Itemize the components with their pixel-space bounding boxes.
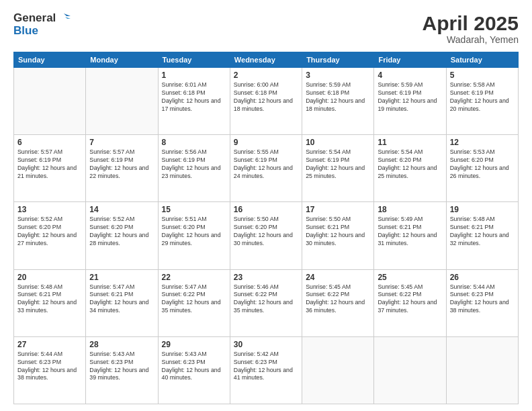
day-number: 25 <box>378 273 442 282</box>
day-number: 6 <box>17 138 82 147</box>
weekday-header-monday: Monday <box>86 52 158 68</box>
day-cell: 28Sunrise: 5:43 AMSunset: 6:23 PMDayligh… <box>86 336 158 404</box>
logo-bird-icon <box>57 12 71 24</box>
day-number: 13 <box>17 205 82 214</box>
day-detail: Sunrise: 5:51 AMSunset: 6:20 PMDaylight:… <box>162 216 226 248</box>
day-detail: Sunrise: 5:46 AMSunset: 6:22 PMDaylight:… <box>234 283 298 316</box>
day-cell: 3Sunrise: 5:59 AMSunset: 6:18 PMDaylight… <box>302 68 374 135</box>
day-number: 28 <box>89 340 154 349</box>
day-detail: Sunrise: 5:55 AMSunset: 6:19 PMDaylight:… <box>234 148 298 181</box>
day-detail: Sunrise: 5:59 AMSunset: 6:19 PMDaylight:… <box>378 81 442 113</box>
day-detail: Sunrise: 5:48 AMSunset: 6:21 PMDaylight:… <box>17 283 82 316</box>
page: General Blue April 2025 Wadarah, Yemen S… <box>0 0 532 411</box>
day-detail: Sunrise: 5:50 AMSunset: 6:20 PMDaylight:… <box>234 216 298 248</box>
day-detail: Sunrise: 5:54 AMSunset: 6:19 PMDaylight:… <box>306 148 370 181</box>
weekday-header-sunday: Sunday <box>14 52 86 68</box>
day-number: 30 <box>234 340 298 349</box>
day-number: 26 <box>450 273 515 282</box>
day-cell: 16Sunrise: 5:50 AMSunset: 6:20 PMDayligh… <box>230 202 302 269</box>
day-cell: 15Sunrise: 5:51 AMSunset: 6:20 PMDayligh… <box>158 202 230 269</box>
logo: General Blue <box>13 12 71 37</box>
location: Wadarah, Yemen <box>423 34 519 45</box>
day-detail: Sunrise: 5:48 AMSunset: 6:21 PMDaylight:… <box>450 216 515 248</box>
day-number: 20 <box>17 273 82 282</box>
logo-text: General Blue <box>13 12 71 37</box>
day-detail: Sunrise: 5:44 AMSunset: 6:23 PMDaylight:… <box>17 351 82 383</box>
day-number: 22 <box>162 273 226 282</box>
day-cell: 10Sunrise: 5:54 AMSunset: 6:19 PMDayligh… <box>302 135 374 202</box>
day-detail: Sunrise: 5:47 AMSunset: 6:21 PMDaylight:… <box>89 283 154 316</box>
week-row-4: 20Sunrise: 5:48 AMSunset: 6:21 PMDayligh… <box>14 269 519 336</box>
day-cell: 19Sunrise: 5:48 AMSunset: 6:21 PMDayligh… <box>446 202 518 269</box>
day-detail: Sunrise: 5:58 AMSunset: 6:19 PMDaylight:… <box>450 81 515 113</box>
day-cell: 23Sunrise: 5:46 AMSunset: 6:22 PMDayligh… <box>230 269 302 336</box>
day-cell: 7Sunrise: 5:57 AMSunset: 6:19 PMDaylight… <box>86 135 158 202</box>
day-detail: Sunrise: 5:42 AMSunset: 6:23 PMDaylight:… <box>234 351 298 383</box>
day-cell: 18Sunrise: 5:49 AMSunset: 6:21 PMDayligh… <box>374 202 446 269</box>
day-detail: Sunrise: 5:50 AMSunset: 6:21 PMDaylight:… <box>306 216 370 248</box>
day-detail: Sunrise: 5:53 AMSunset: 6:20 PMDaylight:… <box>450 148 515 181</box>
svg-marker-1 <box>65 17 71 19</box>
weekday-header-tuesday: Tuesday <box>158 52 230 68</box>
logo-general: General <box>13 12 56 25</box>
day-cell: 8Sunrise: 5:56 AMSunset: 6:19 PMDaylight… <box>158 135 230 202</box>
day-cell: 24Sunrise: 5:45 AMSunset: 6:22 PMDayligh… <box>302 269 374 336</box>
day-number: 14 <box>89 205 154 214</box>
weekday-header-wednesday: Wednesday <box>230 52 302 68</box>
day-detail: Sunrise: 5:44 AMSunset: 6:23 PMDaylight:… <box>450 283 515 316</box>
day-cell: 30Sunrise: 5:42 AMSunset: 6:23 PMDayligh… <box>230 336 302 404</box>
day-number: 10 <box>306 138 370 147</box>
day-number: 11 <box>378 138 442 147</box>
day-detail: Sunrise: 5:43 AMSunset: 6:23 PMDaylight:… <box>162 351 226 383</box>
day-number: 18 <box>378 205 442 214</box>
week-row-3: 13Sunrise: 5:52 AMSunset: 6:20 PMDayligh… <box>14 202 519 269</box>
day-detail: Sunrise: 5:52 AMSunset: 6:20 PMDaylight:… <box>89 216 154 248</box>
day-cell: 6Sunrise: 5:57 AMSunset: 6:19 PMDaylight… <box>14 135 86 202</box>
day-number: 12 <box>450 138 515 147</box>
day-detail: Sunrise: 5:45 AMSunset: 6:22 PMDaylight:… <box>378 283 442 316</box>
day-cell: 29Sunrise: 5:43 AMSunset: 6:23 PMDayligh… <box>158 336 230 404</box>
day-detail: Sunrise: 5:52 AMSunset: 6:20 PMDaylight:… <box>17 216 82 248</box>
day-cell <box>302 336 374 404</box>
day-number: 7 <box>89 138 154 147</box>
day-cell: 14Sunrise: 5:52 AMSunset: 6:20 PMDayligh… <box>86 202 158 269</box>
day-cell: 9Sunrise: 5:55 AMSunset: 6:19 PMDaylight… <box>230 135 302 202</box>
day-number: 4 <box>378 71 442 80</box>
day-cell: 27Sunrise: 5:44 AMSunset: 6:23 PMDayligh… <box>14 336 86 404</box>
day-number: 5 <box>450 71 515 80</box>
day-number: 19 <box>450 205 515 214</box>
day-detail: Sunrise: 5:57 AMSunset: 6:19 PMDaylight:… <box>89 148 154 181</box>
day-number: 17 <box>306 205 370 214</box>
day-number: 2 <box>234 71 298 80</box>
day-cell: 4Sunrise: 5:59 AMSunset: 6:19 PMDaylight… <box>374 68 446 135</box>
day-detail: Sunrise: 5:56 AMSunset: 6:19 PMDaylight:… <box>162 148 226 181</box>
day-cell: 25Sunrise: 5:45 AMSunset: 6:22 PMDayligh… <box>374 269 446 336</box>
day-detail: Sunrise: 5:47 AMSunset: 6:22 PMDaylight:… <box>162 283 226 316</box>
day-number: 21 <box>89 273 154 282</box>
day-cell: 2Sunrise: 6:00 AMSunset: 6:18 PMDaylight… <box>230 68 302 135</box>
day-cell: 13Sunrise: 5:52 AMSunset: 6:20 PMDayligh… <box>14 202 86 269</box>
day-detail: Sunrise: 5:57 AMSunset: 6:19 PMDaylight:… <box>17 148 82 181</box>
day-detail: Sunrise: 5:54 AMSunset: 6:20 PMDaylight:… <box>378 148 442 181</box>
day-detail: Sunrise: 6:00 AMSunset: 6:18 PMDaylight:… <box>234 81 298 113</box>
day-number: 9 <box>234 138 298 147</box>
title-block: April 2025 Wadarah, Yemen <box>423 12 519 45</box>
day-cell: 17Sunrise: 5:50 AMSunset: 6:21 PMDayligh… <box>302 202 374 269</box>
day-number: 16 <box>234 205 298 214</box>
day-cell: 22Sunrise: 5:47 AMSunset: 6:22 PMDayligh… <box>158 269 230 336</box>
week-row-5: 27Sunrise: 5:44 AMSunset: 6:23 PMDayligh… <box>14 336 519 404</box>
day-number: 24 <box>306 273 370 282</box>
day-cell: 1Sunrise: 6:01 AMSunset: 6:18 PMDaylight… <box>158 68 230 135</box>
day-detail: Sunrise: 5:45 AMSunset: 6:22 PMDaylight:… <box>306 283 370 316</box>
svg-marker-0 <box>64 13 71 16</box>
day-cell <box>374 336 446 404</box>
calendar-table: SundayMondayTuesdayWednesdayThursdayFrid… <box>13 52 519 404</box>
day-number: 29 <box>162 340 226 349</box>
weekday-header-row: SundayMondayTuesdayWednesdayThursdayFrid… <box>14 52 519 68</box>
day-number: 3 <box>306 71 370 80</box>
day-cell <box>86 68 158 135</box>
day-cell: 11Sunrise: 5:54 AMSunset: 6:20 PMDayligh… <box>374 135 446 202</box>
day-cell: 20Sunrise: 5:48 AMSunset: 6:21 PMDayligh… <box>14 269 86 336</box>
weekday-header-thursday: Thursday <box>302 52 374 68</box>
day-detail: Sunrise: 6:01 AMSunset: 6:18 PMDaylight:… <box>162 81 226 113</box>
